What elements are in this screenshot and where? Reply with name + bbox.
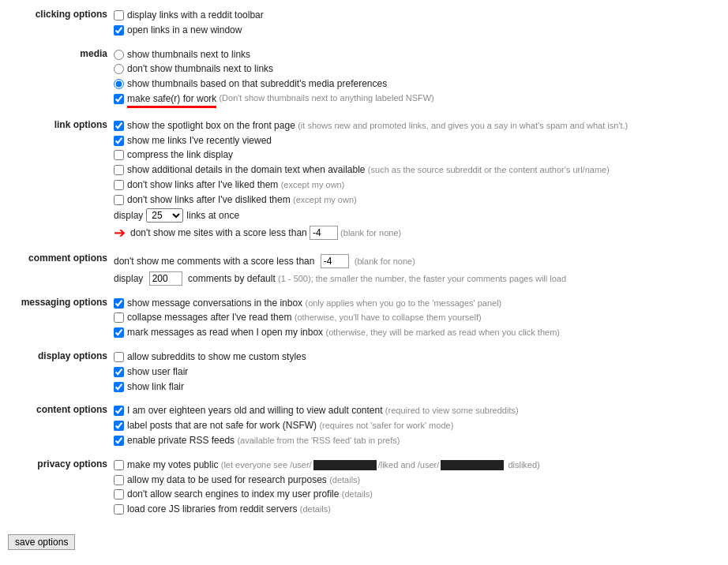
- red-arrow-icon: ➔: [114, 224, 126, 241]
- comment-score-row: don't show me comments with a score less…: [114, 254, 717, 268]
- link-options-section: link options show the spotlight box on t…: [8, 117, 720, 245]
- site-score-input[interactable]: [310, 226, 338, 240]
- list-item: show additional details in the domain te…: [114, 163, 717, 177]
- mark-read-checkbox[interactable]: [114, 327, 124, 338]
- custom-styles-checkbox[interactable]: [114, 352, 124, 362]
- list-item: load core JS libraries from reddit serve…: [114, 503, 717, 516]
- safe-for-work-checkbox[interactable]: [114, 94, 124, 104]
- show-thumbnails-radio[interactable]: [114, 50, 124, 60]
- display-comments-input[interactable]: [149, 271, 182, 286]
- list-item: I am over eighteen years old and willing…: [114, 404, 717, 417]
- redacted-username-1: [313, 460, 377, 470]
- list-item: don't allow search engines to index my u…: [114, 488, 717, 501]
- media-section: media show thumbnails next to links don'…: [8, 46, 720, 112]
- list-item: collapse messages after I've read them (…: [114, 311, 717, 324]
- messaging-options-label: messaging options: [21, 297, 107, 308]
- display-links-toolbar-checkbox[interactable]: [114, 10, 124, 21]
- research-data-checkbox[interactable]: [114, 475, 124, 485]
- reddit-js-checkbox[interactable]: [114, 504, 124, 514]
- comment-score-input[interactable]: [321, 254, 349, 268]
- subreddit-media-pref-radio[interactable]: [114, 79, 124, 89]
- list-item: show me links I've recently viewed: [114, 134, 717, 148]
- spotlight-box-checkbox[interactable]: [114, 121, 124, 131]
- private-rss-checkbox[interactable]: [114, 436, 124, 446]
- list-item: allow my data to be used for research pu…: [114, 473, 717, 487]
- list-item: show user flair: [114, 365, 717, 379]
- list-item: don't show links after I've disliked the…: [114, 193, 717, 207]
- content-options-label: content options: [36, 404, 107, 415]
- open-new-window-checkbox[interactable]: [114, 25, 124, 36]
- list-item: make safe(r) for work (Don't show thumbn…: [114, 92, 717, 108]
- list-item: display links with a reddit toolbar: [114, 9, 717, 22]
- privacy-options-section: privacy options make my votes public (le…: [8, 456, 720, 520]
- list-item: show the spotlight box on the front page…: [114, 119, 717, 133]
- message-conversations-checkbox[interactable]: [114, 298, 124, 309]
- list-item: show thumbnails based on that subreddit'…: [114, 77, 717, 91]
- hide-liked-checkbox[interactable]: [114, 180, 124, 190]
- save-options-button[interactable]: save options: [8, 534, 75, 550]
- show-link-flair-checkbox[interactable]: [114, 382, 124, 392]
- display-comments-row: display comments by default (1 - 500); t…: [114, 271, 717, 286]
- list-item: enable private RSS feeds (available from…: [114, 434, 717, 447]
- list-item: label posts that are not safe for work (…: [114, 419, 717, 432]
- clicking-options-label: clicking options: [36, 9, 107, 20]
- redacted-username-2: [441, 460, 504, 470]
- content-options-section: content options I am over eighteen years…: [8, 402, 720, 451]
- privacy-options-label: privacy options: [37, 458, 107, 470]
- link-options-label: link options: [54, 119, 107, 130]
- no-search-index-checkbox[interactable]: [114, 489, 124, 500]
- display-options-section: display options allow subreddits to show…: [8, 348, 720, 397]
- no-thumbnails-radio[interactable]: [114, 64, 124, 74]
- adult-content-checkbox[interactable]: [114, 406, 124, 416]
- compress-display-checkbox[interactable]: [114, 150, 124, 160]
- public-votes-checkbox[interactable]: [114, 460, 124, 470]
- label-nsfw-checkbox[interactable]: [114, 421, 124, 431]
- display-links-select[interactable]: 25 10 50 100: [146, 208, 183, 223]
- list-item: mark messages as read when I open my inb…: [114, 326, 717, 339]
- list-item: show thumbnails next to links: [114, 48, 717, 62]
- clicking-options-section: clicking options display links with a re…: [8, 6, 720, 41]
- list-item: allow subreddits to show me custom style…: [114, 350, 717, 364]
- recently-viewed-checkbox[interactable]: [114, 136, 124, 146]
- collapse-messages-checkbox[interactable]: [114, 312, 124, 323]
- comment-options-label: comment options: [28, 253, 107, 264]
- comment-options-section: comment options don't show me comments w…: [8, 250, 720, 290]
- list-item: don't show links after I've liked them (…: [114, 178, 717, 192]
- list-item: compress the link display: [114, 148, 717, 162]
- list-item: show link flair: [114, 380, 717, 394]
- list-item: don't show thumbnails next to links: [114, 62, 717, 76]
- display-links-row: display 25 10 50 100 links at once: [114, 208, 717, 223]
- display-options-label: display options: [38, 350, 107, 361]
- show-user-flair-checkbox[interactable]: [114, 367, 124, 377]
- media-label: media: [80, 48, 107, 59]
- list-item: make my votes public (let everyone see /…: [114, 458, 717, 472]
- additional-details-checkbox[interactable]: [114, 165, 124, 175]
- list-item: show message conversations in the inbox …: [114, 297, 717, 310]
- hide-disliked-checkbox[interactable]: [114, 195, 124, 205]
- messaging-options-section: messaging options show message conversat…: [8, 294, 720, 343]
- score-filter-row: ➔ don't show me sites with a score less …: [114, 224, 717, 241]
- list-item: open links in a new window: [114, 24, 717, 37]
